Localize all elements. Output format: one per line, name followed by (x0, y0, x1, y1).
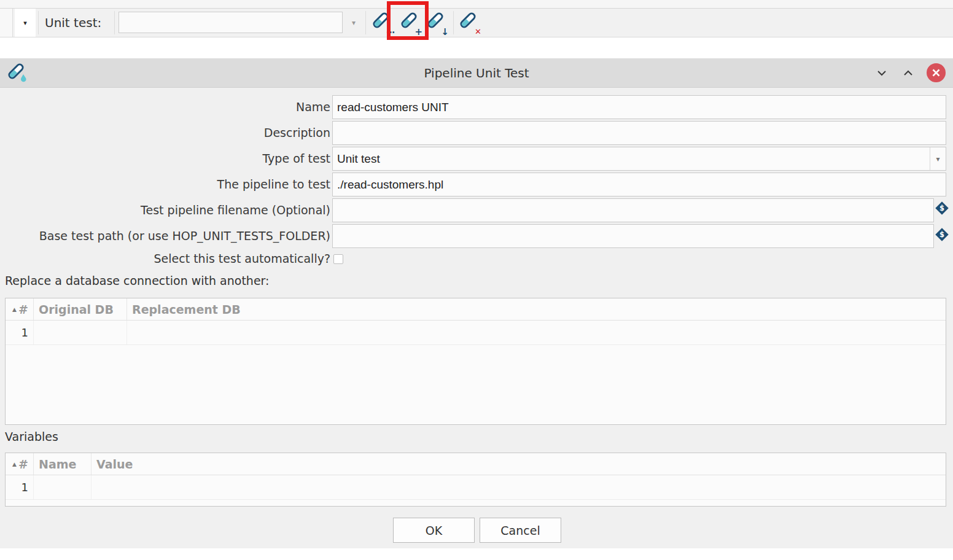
edit-unit-test-button[interactable]: … (371, 11, 394, 36)
chevron-down-icon[interactable] (875, 66, 889, 80)
db-col-original[interactable]: Original DB (34, 298, 127, 320)
toolbar-separator (453, 11, 454, 34)
var-row-num: 1 (6, 475, 34, 499)
variable-dollar-icon[interactable]: $ (935, 201, 949, 216)
table-row[interactable]: 1 (6, 475, 946, 500)
db-table-header: ▲ # Original DB Replacement DB (6, 298, 946, 321)
var-col-num[interactable]: ▲ # (6, 453, 34, 475)
db-row-num: 1 (6, 321, 34, 344)
chevron-down-small-icon: ▾ (23, 19, 27, 27)
db-replace-section-label: Replace a database connection with anoth… (5, 274, 269, 287)
ellipsis-badge: … (386, 26, 394, 34)
unit-test-label: Unit test: (45, 9, 101, 37)
toolbar-separator (365, 11, 366, 34)
toolbar-separator (38, 11, 39, 34)
dialog-body: Name Description Type of test ▾ The pipe… (0, 88, 953, 548)
pipeline-to-test-field[interactable] (332, 173, 946, 196)
test-filename-field[interactable] (332, 198, 934, 222)
var-col-value[interactable]: Value (91, 453, 946, 475)
type-of-test-combo[interactable] (332, 147, 946, 171)
description-label: Description (0, 121, 330, 145)
new-unit-test-button[interactable]: + (399, 11, 422, 36)
detach-unit-test-button[interactable]: ↓ (426, 11, 449, 36)
dialog-header: Pipeline Unit Test (0, 58, 953, 88)
var-col-name[interactable]: Name (34, 453, 91, 475)
unit-test-toolbar: ▾ Unit test: ▾ … + (0, 9, 953, 37)
dialog-title: Pipeline Unit Test (0, 58, 953, 88)
autoselect-checkbox[interactable] (333, 254, 343, 264)
variables-table: ▲ # Name Value 1 (5, 453, 946, 507)
toolbar-separator (114, 11, 115, 34)
name-label: Name (0, 95, 330, 119)
db-replace-table: ▲ # Original DB Replacement DB 1 (5, 298, 946, 425)
autoselect-label: Select this test automatically? (0, 250, 330, 267)
plus-badge: + (414, 28, 422, 37)
type-of-test-label: Type of test (0, 147, 330, 171)
unit-test-dialog-icon (7, 63, 28, 85)
db-col-num[interactable]: ▲ # (6, 298, 34, 320)
base-test-path-label: Base test path (or use HOP_UNIT_TESTS_FO… (0, 224, 330, 248)
toolbar-left-segment (0, 9, 13, 37)
unit-test-combo-arrow-icon[interactable]: ▾ (346, 9, 361, 37)
svg-text:$: $ (939, 204, 944, 212)
unit-test-combo-input[interactable] (119, 12, 343, 33)
test-filename-label: Test pipeline filename (Optional) (0, 198, 330, 222)
type-of-test-combo-arrow-icon[interactable]: ▾ (930, 147, 946, 170)
svg-text:$: $ (939, 230, 944, 239)
base-test-path-field[interactable] (332, 224, 934, 248)
var-row-value-cell[interactable] (91, 475, 946, 499)
x-badge: ✕ (475, 28, 481, 36)
perspective-dropdown-button[interactable]: ▾ (15, 9, 36, 37)
top-strip (0, 0, 953, 9)
sort-asc-icon: ▲ (12, 461, 17, 467)
variables-table-header: ▲ # Name Value (6, 453, 946, 475)
variables-section-label: Variables (5, 430, 58, 443)
close-button[interactable] (927, 63, 946, 82)
chevron-up-icon[interactable] (901, 66, 915, 80)
table-row[interactable]: 1 (6, 321, 946, 345)
close-icon (927, 63, 946, 82)
delete-unit-test-button[interactable]: ✕ (458, 11, 481, 36)
var-row-name-cell[interactable] (34, 475, 91, 499)
arrow-down-badge: ↓ (441, 28, 449, 37)
pipeline-to-test-label: The pipeline to test (0, 173, 330, 196)
db-col-replacement[interactable]: Replacement DB (127, 298, 946, 320)
db-row-replacement-cell[interactable] (127, 321, 946, 344)
db-row-original-cell[interactable] (34, 321, 127, 344)
description-field[interactable] (332, 121, 946, 145)
ok-button[interactable]: OK (393, 518, 475, 543)
cancel-button[interactable]: Cancel (480, 518, 561, 543)
variable-dollar-icon[interactable]: $ (935, 227, 949, 242)
name-field[interactable] (332, 95, 946, 119)
sort-asc-icon: ▲ (12, 306, 17, 313)
